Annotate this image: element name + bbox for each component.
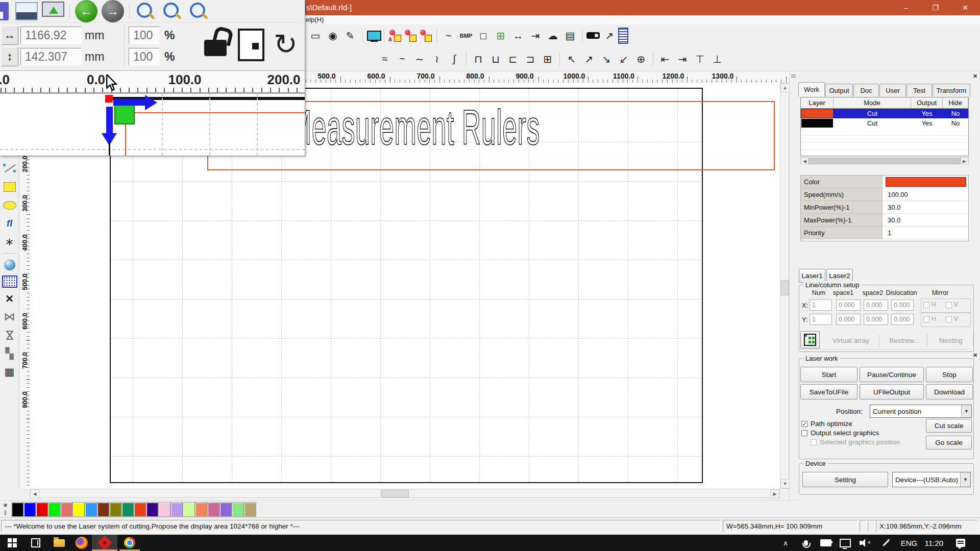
chevron-down-icon[interactable]: ▼ xyxy=(961,405,971,417)
palette-swatch[interactable] xyxy=(146,502,158,517)
array-tool-icon[interactable]: ▦ xyxy=(2,364,18,380)
space1-field[interactable]: 0.000 xyxy=(836,314,861,325)
copy-position-b-icon[interactable] xyxy=(403,29,418,43)
horizontal-scrollbar[interactable]: ◀ ▶ xyxy=(30,489,780,498)
checkbox-output-select-graphics[interactable] xyxy=(801,430,807,436)
offset-corner-icon[interactable]: ▚ xyxy=(2,346,18,361)
aspect-lock-icon[interactable] xyxy=(204,40,227,56)
no-color-button[interactable]: ✕ xyxy=(2,502,9,509)
star-tool-icon[interactable]: ∗ xyxy=(2,234,18,249)
trim-top-icon[interactable]: ⊓ xyxy=(470,51,487,67)
tab-doc[interactable]: Doc xyxy=(853,84,879,96)
rectangle-icon[interactable]: □ xyxy=(475,28,492,44)
battery-icon[interactable] xyxy=(818,535,834,551)
zoom-out-icon[interactable] xyxy=(159,1,186,22)
layer-row[interactable]: CutYesNo xyxy=(801,109,968,118)
align-bottom-right-icon[interactable]: ↘ xyxy=(598,51,615,67)
notification-center-button[interactable] xyxy=(950,535,971,551)
layer-color-swatch[interactable] xyxy=(801,109,833,118)
position-select[interactable]: Current position▼ xyxy=(870,405,972,418)
origin-handle[interactable] xyxy=(114,104,135,124)
palette-swatch[interactable] xyxy=(170,502,183,517)
height-size-icon[interactable]: ↕ xyxy=(1,47,18,66)
property-value[interactable]: 1 xyxy=(883,227,968,239)
volume-muted-icon[interactable]: × xyxy=(856,535,874,551)
width-input[interactable]: 1166.92 xyxy=(20,27,82,44)
tab-test[interactable]: Test xyxy=(906,84,932,96)
dislocation-field[interactable]: 0.000 xyxy=(891,299,914,311)
preview-monitor-icon[interactable] xyxy=(365,30,381,42)
node-graph-icon[interactable]: ⊞ xyxy=(492,28,509,44)
width-size-icon[interactable]: ↔ xyxy=(1,26,18,45)
microphone-icon[interactable] xyxy=(798,535,814,551)
palette-swatch[interactable] xyxy=(232,502,244,517)
delete-tool-icon[interactable]: × xyxy=(2,291,18,306)
palette-swatch[interactable] xyxy=(60,502,72,517)
palette-swatch[interactable] xyxy=(11,502,23,517)
scroll-left-arrow[interactable]: ◀ xyxy=(30,489,39,498)
tab-laser1[interactable]: Laser1 xyxy=(799,269,825,283)
scale-x-input[interactable]: 100 xyxy=(129,27,159,44)
mirror-h-checkbox[interactable] xyxy=(923,316,929,322)
pen-icon[interactable]: ✎ xyxy=(341,28,359,44)
clock[interactable]: 11:20 xyxy=(922,535,946,551)
line-color-button[interactable]: ∥ xyxy=(2,509,9,516)
trim-bottom-icon[interactable]: ⊔ xyxy=(487,51,504,67)
scroll-up-arrow[interactable]: ▲ xyxy=(780,83,790,92)
dislocation-field[interactable]: 0.000 xyxy=(891,314,914,325)
export-screen-icon[interactable] xyxy=(40,1,66,22)
laser-ufileoutput-button[interactable]: UFileOutput xyxy=(860,384,924,399)
tab-transform[interactable]: Transform xyxy=(933,84,970,96)
minimize-button[interactable]: – xyxy=(893,0,919,15)
ink-dot-icon[interactable]: ◉ xyxy=(324,28,341,44)
num-field[interactable]: 1 xyxy=(810,299,832,311)
scroll-right-arrow[interactable]: ▶ xyxy=(770,489,779,498)
camera-tool-icon[interactable] xyxy=(2,257,18,272)
anchor-point-icon[interactable] xyxy=(238,29,264,61)
mirror-h-checkbox[interactable] xyxy=(923,302,929,308)
zoom-in-icon[interactable] xyxy=(133,1,159,22)
language-indicator[interactable]: ENG xyxy=(898,535,920,551)
zoom-clipped-icon[interactable] xyxy=(186,1,212,22)
start-button[interactable] xyxy=(0,535,24,551)
vertical-scrollbar[interactable]: ▲ ▼ xyxy=(780,83,789,489)
mirror-v-checkbox[interactable] xyxy=(946,316,952,322)
dimension-offset-icon[interactable]: ⇥ xyxy=(527,28,544,44)
laser-pause-continue-button[interactable]: Pause/Continue xyxy=(860,367,924,382)
palette-swatch[interactable] xyxy=(97,502,109,517)
tab-laser2[interactable]: Laser2 xyxy=(826,269,853,283)
curve-break-icon[interactable]: ≀ xyxy=(428,51,446,67)
palette-swatch[interactable] xyxy=(72,502,85,517)
device-setting-button[interactable]: Setting xyxy=(802,472,888,487)
forward-icon[interactable]: → xyxy=(100,1,126,22)
matrix-tool-icon[interactable] xyxy=(2,276,17,288)
array-action-button[interactable]: Nesting xyxy=(929,334,973,346)
laser-download-button[interactable]: Download xyxy=(926,384,973,399)
align-center-icon[interactable]: ⊕ xyxy=(632,51,650,67)
panel-close-icon[interactable]: ✕ xyxy=(971,72,979,80)
save-icon[interactable] xyxy=(0,1,13,22)
layer-scroll-left-arrow[interactable]: ◀ xyxy=(801,157,808,165)
align-top-right-icon[interactable]: ↗ xyxy=(580,51,598,67)
ruler-icon[interactable] xyxy=(618,28,628,44)
layer-row[interactable]: CutYesNo xyxy=(801,118,968,128)
palette-swatch[interactable] xyxy=(244,502,256,517)
laser-stop-button[interactable]: Stop xyxy=(926,367,973,382)
align-bottom-left-icon[interactable]: ↙ xyxy=(615,51,632,67)
mirror-v-checkbox[interactable] xyxy=(946,302,952,308)
layer-scroll-thumb[interactable] xyxy=(808,158,961,164)
design-text[interactable]: Measurement Rulers xyxy=(289,103,540,152)
space2-field[interactable]: 0.000 xyxy=(864,314,888,325)
palette-swatch[interactable] xyxy=(158,502,170,517)
panel-splitter[interactable] xyxy=(789,71,798,517)
palette-swatch[interactable] xyxy=(109,502,121,517)
mirror-horizontal-icon[interactable]: ⋈ xyxy=(2,309,18,324)
palette-swatch[interactable] xyxy=(219,502,232,517)
worklist-icon[interactable]: ▤ xyxy=(561,28,579,44)
height-input[interactable]: 142.307 xyxy=(20,48,82,65)
align-right-icon[interactable]: ⇥ xyxy=(674,51,691,67)
ellipse-tool-icon[interactable] xyxy=(2,197,18,213)
scroll-down-arrow[interactable]: ▼ xyxy=(780,479,790,488)
palette-swatch[interactable] xyxy=(23,502,36,517)
layer-color-swatch[interactable] xyxy=(801,119,833,128)
